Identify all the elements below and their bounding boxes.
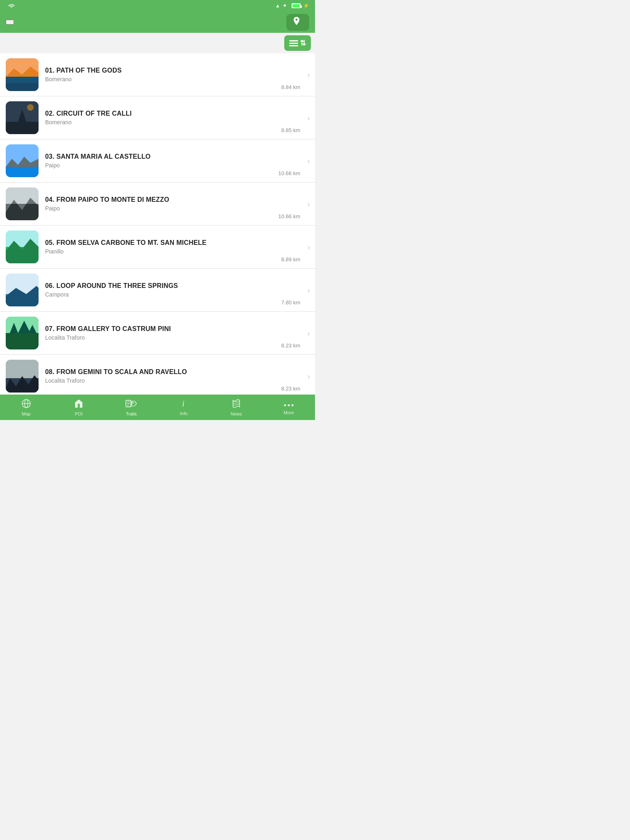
path-content: 06. LOOP AROUND THE THREE SPRINGS Campor… [45, 282, 309, 298]
list-item[interactable]: 04. FROM PAIPO TO MONTE DI MEZZO Paipo 1… [0, 183, 315, 226]
chevron-right-icon: › [307, 285, 310, 295]
svg-rect-22 [6, 333, 39, 349]
path-content: 02. CIRCUIT OF TRE CALLI Bomerano [45, 110, 309, 126]
list-item[interactable]: 05. FROM SELVA CARBONE TO MT. SAN MICHEL… [0, 226, 315, 269]
svg-point-7 [27, 104, 34, 111]
filter-row: ⇅ [0, 33, 315, 53]
svg-rect-3 [6, 83, 39, 91]
news-tab-label: News [231, 411, 242, 416]
charge-icon: ⚡ [303, 3, 309, 9]
filter-lines-icon [289, 40, 298, 46]
path-distance: 7.80 km [281, 299, 300, 306]
svg-point-47 [292, 404, 294, 406]
path-content: 01. PATH OF THE GODS Bomerano [45, 67, 309, 82]
svg-line-43 [233, 403, 240, 404]
path-content: 05. FROM SELVA CARBONE TO MT. SAN MICHEL… [45, 239, 309, 255]
svg-rect-14 [6, 187, 39, 204]
list-item[interactable]: 08. FROM GEMINI TO SCALA AND RAVELLO Loc… [0, 355, 315, 395]
list-item[interactable]: 01. PATH OF THE GODS Bomerano 8.84 km › [0, 53, 315, 96]
chevron-right-icon: › [307, 156, 310, 166]
path-title: 02. CIRCUIT OF TRE CALLI [45, 110, 297, 117]
path-title: 08. FROM GEMINI TO SCALA AND RAVELLO [45, 368, 297, 376]
trails-icon [126, 399, 137, 410]
path-thumbnail [6, 187, 39, 220]
svg-point-40 [132, 402, 134, 404]
svg-line-42 [233, 401, 240, 402]
path-thumbnail [6, 58, 39, 91]
map-button[interactable] [286, 14, 309, 31]
path-thumbnail [6, 274, 39, 306]
battery-icon [292, 3, 301, 8]
more-tab-label: More [283, 410, 294, 415]
path-thumbnail [6, 101, 39, 134]
path-location: Bomerano [45, 119, 297, 126]
path-distance: 10.66 km [278, 170, 300, 176]
tab-map[interactable]: Map [0, 395, 52, 420]
status-right: ▲ ✦ ⚡ [275, 3, 309, 9]
path-thumbnail [6, 231, 39, 263]
chevron-right-icon: › [307, 329, 310, 338]
status-carrier [6, 2, 15, 9]
chevron-right-icon: › [307, 113, 310, 123]
tab-poi[interactable]: POI [52, 395, 105, 420]
path-distance: 8.85 km [281, 127, 300, 133]
tab-bar: Map POI Trails i Info News More [0, 395, 315, 420]
path-thumbnail [6, 360, 39, 393]
more-icon [284, 400, 294, 409]
path-title: 03. SANTA MARIA AL CASTELLO [45, 153, 297, 160]
info-tab-label: Info [180, 411, 187, 416]
svg-point-45 [284, 404, 286, 406]
chevron-right-icon: › [307, 199, 310, 209]
path-distance: 8.89 km [281, 256, 300, 262]
path-distance: 10.66 km [278, 213, 300, 219]
path-location: Campora [45, 291, 297, 298]
path-location: Localita Traforo [45, 377, 297, 384]
path-distance: 8.23 km [281, 342, 300, 349]
path-title: 06. LOOP AROUND THE THREE SPRINGS [45, 282, 297, 290]
chevron-right-icon: › [307, 372, 310, 381]
svg-rect-9 [6, 167, 39, 177]
status-bar: ▲ ✦ ⚡ [0, 0, 315, 11]
svg-rect-5 [6, 122, 39, 134]
chevron-right-icon: › [307, 242, 310, 252]
path-distance: 8.23 km [281, 386, 300, 392]
poi-icon [74, 399, 84, 410]
path-content: 07. FROM GALLERY TO CASTRUM PINI Localit… [45, 325, 309, 341]
poi-tab-label: POI [75, 411, 83, 416]
tab-news[interactable]: News [210, 395, 262, 420]
tab-info[interactable]: i Info [158, 395, 210, 420]
map-pin-icon [293, 17, 300, 28]
nav-bar [0, 11, 315, 33]
back-button[interactable] [6, 20, 14, 25]
path-location: Bomerano [45, 76, 297, 82]
filter-button[interactable]: ⇅ [284, 35, 311, 51]
location-icon: ▲ [275, 3, 280, 9]
path-location: Paipo [45, 162, 297, 169]
svg-point-46 [288, 404, 290, 406]
trails-tab-label: Trails [126, 411, 137, 416]
map-tab-label: Map [22, 411, 30, 416]
path-location: Localita Traforo [45, 334, 297, 341]
info-icon: i [179, 399, 188, 410]
list-item[interactable]: 03. SANTA MARIA AL CASTELLO Paipo 10.66 … [0, 139, 315, 183]
list-item[interactable]: 07. FROM GALLERY TO CASTRUM PINI Localit… [0, 312, 315, 355]
path-title: 07. FROM GALLERY TO CASTRUM PINI [45, 325, 297, 333]
sort-arrows-icon: ⇅ [300, 39, 306, 48]
tab-trails[interactable]: Trails [105, 395, 158, 420]
path-title: 01. PATH OF THE GODS [45, 67, 297, 74]
wifi-icon [8, 2, 15, 9]
path-thumbnail [6, 144, 39, 177]
svg-text:i: i [182, 399, 185, 408]
path-title: 04. FROM PAIPO TO MONTE DI MEZZO [45, 196, 297, 203]
path-location: Pianillo [45, 248, 297, 255]
path-title: 05. FROM SELVA CARBONE TO MT. SAN MICHEL… [45, 239, 297, 247]
path-location: Paipo [45, 205, 297, 212]
news-icon [231, 399, 241, 410]
chevron-right-icon: › [307, 70, 310, 80]
tab-more[interactable]: More [262, 395, 315, 420]
path-thumbnail [6, 317, 39, 349]
path-content: 04. FROM PAIPO TO MONTE DI MEZZO Paipo [45, 196, 309, 212]
list-item[interactable]: 06. LOOP AROUND THE THREE SPRINGS Campor… [0, 269, 315, 312]
svg-line-44 [233, 404, 240, 405]
list-item[interactable]: 02. CIRCUIT OF TRE CALLI Bomerano 8.85 k… [0, 96, 315, 139]
